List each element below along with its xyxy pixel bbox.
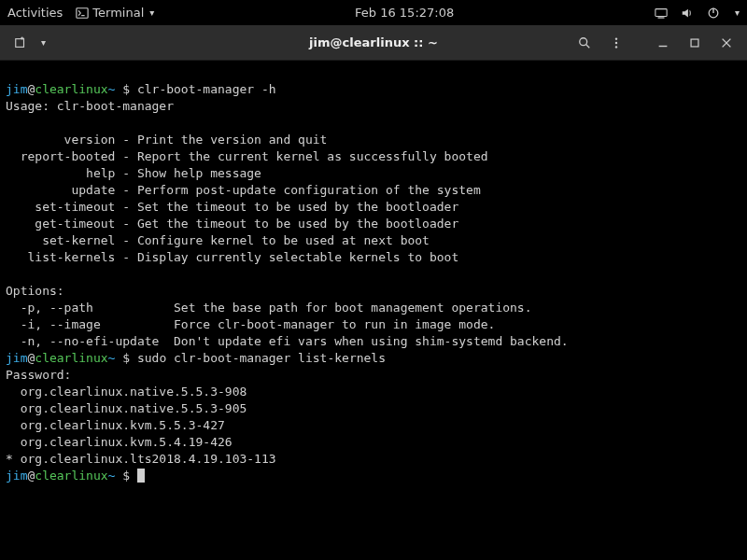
terminal-line: Password: bbox=[6, 368, 71, 382]
terminal-line: org.clearlinux.kvm.5.5.3-427 bbox=[6, 418, 225, 432]
terminal-line: update - Perform post-update configurati… bbox=[6, 183, 481, 197]
cursor bbox=[137, 469, 145, 483]
terminal-line: list-kernels - Display currently selecta… bbox=[6, 250, 458, 264]
svg-point-12 bbox=[615, 41, 617, 43]
prompt-user: jim bbox=[6, 469, 27, 483]
terminal-line: set-kernel - Configure kernel to be used… bbox=[6, 233, 430, 247]
svg-point-11 bbox=[615, 37, 617, 39]
svg-rect-0 bbox=[77, 7, 88, 18]
terminal-line: get-timeout - Get the timeout to be used… bbox=[6, 217, 458, 231]
terminal-line: report-booted - Report the current kerne… bbox=[6, 149, 488, 163]
minimize-button[interactable] bbox=[650, 30, 676, 56]
terminal-line: jim@clearlinux~ $ sudo clr-boot-manager … bbox=[6, 351, 386, 365]
terminal-viewport[interactable]: jim@clearlinux~ $ clr-boot-manager -h Us… bbox=[0, 61, 747, 560]
terminal-line: -n, --no-efi-update Don't update efi var… bbox=[6, 334, 569, 348]
search-icon bbox=[578, 36, 591, 49]
search-button[interactable] bbox=[571, 30, 598, 56]
activities-button[interactable]: Activities bbox=[7, 6, 63, 20]
svg-rect-3 bbox=[657, 17, 664, 18]
prompt-dollar: $ bbox=[115, 351, 136, 365]
terminal-line: Usage: clr-boot-manager bbox=[6, 99, 174, 113]
prompt-host: clearlinux bbox=[35, 469, 107, 483]
terminal-line: jim@clearlinux~ $ bbox=[6, 469, 145, 483]
svg-point-13 bbox=[615, 46, 617, 48]
terminal-line: set-timeout - Set the timeout to be used… bbox=[6, 200, 458, 214]
terminal-line: * org.clearlinux.lts2018.4.19.103-113 bbox=[6, 452, 276, 466]
terminal-line: -i, --image Force clr-boot-manager to ru… bbox=[6, 317, 495, 331]
chevron-down-icon: ▾ bbox=[735, 7, 740, 18]
minimize-icon bbox=[656, 36, 669, 49]
svg-line-10 bbox=[586, 44, 590, 48]
prompt-dollar: $ bbox=[115, 469, 136, 483]
command-text: sudo clr-boot-manager list-kernels bbox=[137, 351, 386, 365]
chevron-down-icon[interactable]: ▾ bbox=[41, 37, 46, 48]
command-text: clr-boot-manager -h bbox=[137, 82, 276, 96]
menu-button[interactable] bbox=[603, 30, 629, 56]
gnome-top-bar: Activities Terminal ▾ Feb 16 15:27:08 ▾ bbox=[0, 0, 747, 25]
svg-point-9 bbox=[580, 37, 587, 45]
svg-rect-2 bbox=[655, 8, 667, 16]
prompt-dollar: $ bbox=[115, 82, 136, 96]
terminal-line: jim@clearlinux~ $ clr-boot-manager -h bbox=[6, 82, 276, 96]
system-status-area[interactable]: ▾ bbox=[655, 7, 740, 20]
terminal-line: org.clearlinux.native.5.5.3-905 bbox=[6, 401, 247, 415]
clock[interactable]: Feb 16 15:27:08 bbox=[355, 6, 454, 20]
prompt-host: clearlinux bbox=[35, 82, 107, 96]
terminal-line: org.clearlinux.native.5.5.3-908 bbox=[6, 385, 247, 399]
network-icon bbox=[655, 7, 668, 20]
svg-rect-15 bbox=[691, 39, 698, 47]
kebab-menu-icon bbox=[610, 36, 623, 49]
close-icon bbox=[720, 36, 733, 49]
maximize-button[interactable] bbox=[682, 30, 708, 56]
clock-text: Feb 16 15:27:08 bbox=[355, 6, 454, 20]
terminal-line bbox=[6, 116, 13, 130]
terminal-line: Options: bbox=[6, 284, 64, 298]
close-button[interactable] bbox=[713, 30, 740, 56]
terminal-line: -p, --path Set the base path for boot ma… bbox=[6, 301, 532, 315]
terminal-line bbox=[6, 267, 13, 281]
prompt-user: jim bbox=[6, 351, 27, 365]
activities-label: Activities bbox=[7, 6, 63, 20]
new-tab-icon bbox=[14, 36, 27, 49]
window-titlebar: ▾ jim@clearlinux :: ~ bbox=[0, 25, 747, 61]
app-menu[interactable]: Terminal ▾ bbox=[76, 6, 154, 20]
maximize-icon bbox=[688, 36, 701, 49]
power-icon bbox=[707, 7, 720, 20]
new-tab-button[interactable] bbox=[7, 30, 34, 56]
terminal-line: org.clearlinux.kvm.5.4.19-426 bbox=[6, 435, 233, 449]
volume-icon bbox=[681, 7, 694, 20]
prompt-host: clearlinux bbox=[35, 351, 107, 365]
chevron-down-icon: ▾ bbox=[149, 7, 154, 18]
prompt-user: jim bbox=[6, 82, 27, 96]
terminal-line: help - Show help message bbox=[6, 166, 261, 180]
svg-rect-6 bbox=[16, 38, 24, 47]
terminal-line: version - Print the version and quit bbox=[6, 133, 327, 147]
terminal-icon bbox=[76, 7, 89, 20]
app-menu-label: Terminal bbox=[92, 6, 144, 20]
